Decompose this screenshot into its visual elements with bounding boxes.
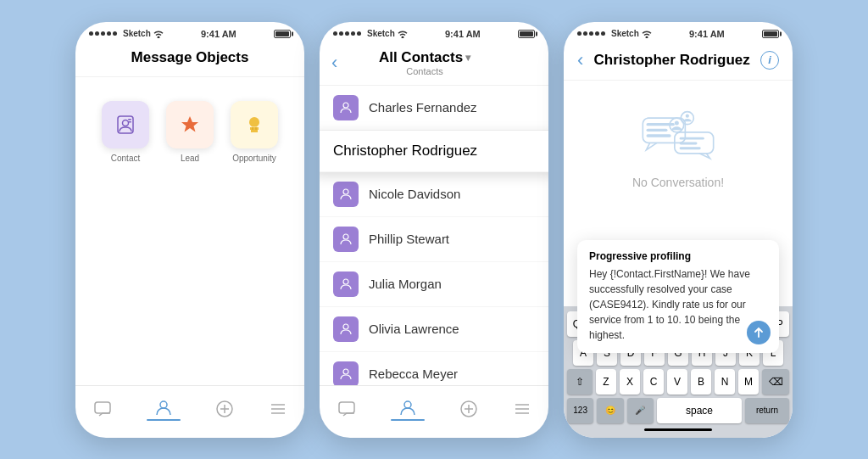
svg-point-1	[123, 120, 129, 126]
contact-name: Julia Morgan	[369, 277, 442, 291]
keyboard-row-3: ⇧ Z X C V B N M ⌫	[567, 369, 789, 395]
contact-row-highlighted[interactable]: Christopher Rodriguez	[320, 131, 548, 172]
opportunity-label: Opportunity	[232, 154, 276, 163]
svg-point-12	[343, 189, 348, 194]
menu-nav-icon-2	[513, 400, 531, 418]
contact-person-icon	[338, 100, 353, 115]
contact-person-icon	[338, 277, 353, 292]
back-button-3[interactable]: ‹	[577, 49, 583, 71]
carrier-label-3: Sketch	[611, 29, 639, 38]
key-123[interactable]: 123	[567, 398, 593, 423]
time-display-2: 9:41 AM	[445, 29, 481, 39]
nav-contacts[interactable]	[136, 395, 191, 424]
contacts-title: All Contacts ▾	[379, 49, 470, 66]
battery-icon-2	[518, 30, 535, 38]
key-emoji[interactable]: 😊	[597, 398, 623, 423]
phone-detail: Sketch 9:41 AM ‹ Christopher Rodriguez i	[564, 22, 793, 438]
dropdown-chevron[interactable]: ▾	[465, 52, 470, 64]
svg-rect-3	[128, 121, 131, 123]
chat-nav-icon	[93, 400, 112, 418]
detail-title: Christopher Rodriguez	[594, 52, 750, 69]
contact-name: Olivia Lawrence	[369, 322, 459, 336]
svg-rect-2	[128, 119, 131, 120]
svg-point-36	[686, 114, 689, 117]
nav-chat-2[interactable]	[327, 396, 366, 422]
contact-icon-item[interactable]: Contact	[102, 101, 149, 163]
key-b[interactable]: B	[691, 369, 711, 395]
contact-row[interactable]: Julia Morgan	[320, 262, 548, 307]
key-v[interactable]: V	[667, 369, 687, 395]
opportunity-icon-box	[231, 101, 278, 148]
delete-key[interactable]: ⌫	[762, 369, 789, 395]
svg-rect-19	[339, 402, 354, 413]
contact-avatar	[333, 361, 359, 385]
wifi-icon-3	[642, 30, 652, 38]
contact-avatar	[333, 182, 359, 207]
nav-add[interactable]	[205, 396, 244, 422]
contact-row[interactable]: Phillip Stewart	[320, 217, 548, 262]
svg-rect-33	[680, 142, 698, 144]
lead-icon-item[interactable]: Lead	[166, 101, 214, 163]
signal-dot	[95, 31, 99, 36]
svg-point-30	[675, 120, 679, 125]
contact-row[interactable]: Rebecca Meyer	[320, 352, 548, 385]
battery-icon	[274, 30, 291, 38]
key-z[interactable]: Z	[596, 369, 616, 395]
key-n[interactable]: N	[715, 369, 735, 395]
nav-chat[interactable]	[83, 396, 122, 422]
status-bar-1: Sketch 9:41 AM	[75, 22, 304, 42]
contact-name: Phillip Stewart	[369, 232, 449, 246]
key-x[interactable]: X	[620, 369, 640, 395]
info-button[interactable]: i	[760, 51, 779, 70]
phone1-header: Message Objects	[75, 42, 304, 77]
signal-dot	[89, 31, 93, 36]
bottom-nav-2	[320, 385, 548, 438]
message-bubble: Progressive profiling Hey {!Contact.Firs…	[577, 240, 779, 353]
key-m[interactable]: M	[738, 369, 759, 395]
bubble-title: Progressive profiling	[589, 250, 767, 262]
nav-active-indicator	[147, 419, 181, 421]
home-indicator	[644, 428, 712, 431]
contact-avatar	[333, 227, 359, 252]
shift-key[interactable]: ⇧	[567, 369, 593, 395]
phones-container: Sketch 9:41 AM Message Objects	[75, 22, 793, 438]
phone-message-objects: Sketch 9:41 AM Message Objects	[75, 22, 304, 438]
add-nav-icon	[215, 400, 234, 418]
contacts-subtitle: Contacts	[379, 66, 470, 76]
contact-row[interactable]: Nicole Davidson	[320, 172, 548, 217]
carrier-label-2: Sketch	[367, 29, 395, 38]
svg-marker-4	[181, 116, 198, 132]
contact-avatar	[333, 316, 359, 342]
contact-row[interactable]: Olivia Lawrence	[320, 307, 548, 352]
bottom-nav-1	[75, 385, 304, 438]
lead-icon	[178, 113, 202, 137]
keyboard-row-4: 123 😊 🎤 space return	[567, 398, 789, 423]
no-conversation-area: No Conversation!	[564, 81, 793, 213]
contacts-nav-icon-2	[398, 398, 417, 417]
nav-active-indicator-2	[391, 419, 425, 421]
contact-label: Contact	[111, 154, 140, 163]
no-conversation-text: No Conversation!	[632, 176, 724, 189]
wifi-icon	[153, 30, 164, 38]
signal-dot	[101, 31, 105, 36]
contact-person-icon	[338, 187, 353, 202]
time-display: 9:41 AM	[201, 29, 236, 39]
nav-contacts-2[interactable]	[381, 395, 435, 424]
menu-nav-icon	[269, 400, 287, 418]
status-bar-3: Sketch 9:41 AM	[564, 22, 793, 42]
nav-menu[interactable]	[259, 396, 298, 422]
send-button[interactable]	[747, 321, 771, 344]
contacts-header: ‹ All Contacts ▾ Contacts	[320, 42, 548, 86]
key-c[interactable]: C	[643, 369, 664, 395]
nav-menu-2[interactable]	[503, 396, 542, 422]
key-return[interactable]: return	[745, 398, 789, 423]
nav-add-2[interactable]	[449, 396, 488, 422]
phone-all-contacts: Sketch 9:41 AM ‹ All Contacts ▾ Contacts	[320, 22, 548, 438]
svg-rect-34	[680, 147, 701, 149]
svg-point-6	[160, 401, 167, 408]
opportunity-icon-item[interactable]: Opportunity	[231, 101, 278, 163]
contact-row[interactable]: Charles Fernandez	[320, 86, 548, 131]
key-mic[interactable]: 🎤	[627, 398, 654, 423]
key-space[interactable]: space	[657, 398, 742, 423]
back-button[interactable]: ‹	[331, 52, 337, 74]
